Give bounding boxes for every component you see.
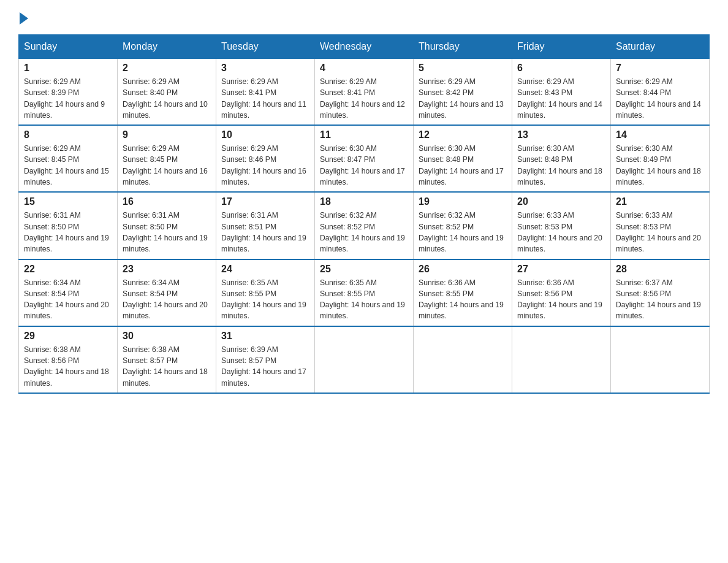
header-sunday: Sunday <box>19 35 118 59</box>
logo <box>18 12 29 25</box>
calendar-table: SundayMondayTuesdayWednesdayThursdayFrid… <box>18 34 710 394</box>
day-number: 31 <box>221 331 309 342</box>
header-monday: Monday <box>118 35 216 59</box>
table-row: 29Sunrise: 6:38 AMSunset: 8:56 PMDayligh… <box>19 326 118 393</box>
day-number: 10 <box>221 129 309 140</box>
day-number: 18 <box>320 196 408 207</box>
table-row: 7Sunrise: 6:29 AMSunset: 8:44 PMDaylight… <box>611 59 710 126</box>
day-info: Sunrise: 6:31 AMSunset: 8:50 PMDaylight:… <box>123 210 211 255</box>
table-row: 22Sunrise: 6:34 AMSunset: 8:54 PMDayligh… <box>19 259 118 326</box>
day-info: Sunrise: 6:39 AMSunset: 8:57 PMDaylight:… <box>221 344 309 389</box>
table-row: 18Sunrise: 6:32 AMSunset: 8:52 PMDayligh… <box>315 192 414 259</box>
day-info: Sunrise: 6:30 AMSunset: 8:49 PMDaylight:… <box>616 143 704 188</box>
day-number: 20 <box>517 196 605 207</box>
day-number: 2 <box>123 63 211 74</box>
table-row: 9Sunrise: 6:29 AMSunset: 8:45 PMDaylight… <box>118 125 216 192</box>
table-row: 1Sunrise: 6:29 AMSunset: 8:39 PMDaylight… <box>19 59 118 126</box>
week-row-5: 29Sunrise: 6:38 AMSunset: 8:56 PMDayligh… <box>19 326 710 393</box>
day-number: 21 <box>616 196 704 207</box>
table-row: 8Sunrise: 6:29 AMSunset: 8:45 PMDaylight… <box>19 125 118 192</box>
header-friday: Friday <box>512 35 611 59</box>
table-row: 19Sunrise: 6:32 AMSunset: 8:52 PMDayligh… <box>414 192 512 259</box>
day-number: 30 <box>123 331 211 342</box>
table-row <box>611 326 710 393</box>
day-info: Sunrise: 6:35 AMSunset: 8:55 PMDaylight:… <box>221 277 309 322</box>
day-number: 26 <box>419 264 507 275</box>
day-info: Sunrise: 6:36 AMSunset: 8:56 PMDaylight:… <box>517 277 605 322</box>
day-number: 8 <box>24 129 112 140</box>
day-info: Sunrise: 6:29 AMSunset: 8:45 PMDaylight:… <box>123 143 211 188</box>
table-row: 15Sunrise: 6:31 AMSunset: 8:50 PMDayligh… <box>19 192 118 259</box>
header-wednesday: Wednesday <box>315 35 414 59</box>
table-row <box>414 326 512 393</box>
day-info: Sunrise: 6:31 AMSunset: 8:50 PMDaylight:… <box>24 210 112 255</box>
day-info: Sunrise: 6:33 AMSunset: 8:53 PMDaylight:… <box>616 210 704 255</box>
day-number: 12 <box>419 129 507 140</box>
weekday-header-row: SundayMondayTuesdayWednesdayThursdayFrid… <box>19 35 710 59</box>
day-number: 25 <box>320 264 408 275</box>
day-info: Sunrise: 6:29 AMSunset: 8:46 PMDaylight:… <box>221 143 309 188</box>
table-row: 6Sunrise: 6:29 AMSunset: 8:43 PMDaylight… <box>512 59 611 126</box>
table-row: 28Sunrise: 6:37 AMSunset: 8:56 PMDayligh… <box>611 259 710 326</box>
table-row: 12Sunrise: 6:30 AMSunset: 8:48 PMDayligh… <box>414 125 512 192</box>
day-info: Sunrise: 6:29 AMSunset: 8:44 PMDaylight:… <box>616 76 704 121</box>
day-number: 23 <box>123 264 211 275</box>
table-row: 10Sunrise: 6:29 AMSunset: 8:46 PMDayligh… <box>216 125 315 192</box>
table-row: 20Sunrise: 6:33 AMSunset: 8:53 PMDayligh… <box>512 192 611 259</box>
day-info: Sunrise: 6:35 AMSunset: 8:55 PMDaylight:… <box>320 277 408 322</box>
table-row: 16Sunrise: 6:31 AMSunset: 8:50 PMDayligh… <box>118 192 216 259</box>
day-info: Sunrise: 6:33 AMSunset: 8:53 PMDaylight:… <box>517 210 605 255</box>
table-row: 13Sunrise: 6:30 AMSunset: 8:48 PMDayligh… <box>512 125 611 192</box>
header-thursday: Thursday <box>414 35 512 59</box>
day-info: Sunrise: 6:37 AMSunset: 8:56 PMDaylight:… <box>616 277 704 322</box>
table-row: 31Sunrise: 6:39 AMSunset: 8:57 PMDayligh… <box>216 326 315 393</box>
day-number: 27 <box>517 264 605 275</box>
day-info: Sunrise: 6:32 AMSunset: 8:52 PMDaylight:… <box>419 210 507 255</box>
week-row-3: 15Sunrise: 6:31 AMSunset: 8:50 PMDayligh… <box>19 192 710 259</box>
day-number: 22 <box>24 264 112 275</box>
day-number: 6 <box>517 63 605 74</box>
table-row: 23Sunrise: 6:34 AMSunset: 8:54 PMDayligh… <box>118 259 216 326</box>
page-header <box>18 12 710 25</box>
table-row: 11Sunrise: 6:30 AMSunset: 8:47 PMDayligh… <box>315 125 414 192</box>
day-info: Sunrise: 6:29 AMSunset: 8:42 PMDaylight:… <box>419 76 507 121</box>
day-info: Sunrise: 6:30 AMSunset: 8:48 PMDaylight:… <box>419 143 507 188</box>
day-number: 3 <box>221 63 309 74</box>
table-row: 27Sunrise: 6:36 AMSunset: 8:56 PMDayligh… <box>512 259 611 326</box>
day-number: 15 <box>24 196 112 207</box>
day-number: 5 <box>419 63 507 74</box>
day-info: Sunrise: 6:30 AMSunset: 8:47 PMDaylight:… <box>320 143 408 188</box>
day-info: Sunrise: 6:29 AMSunset: 8:39 PMDaylight:… <box>24 76 112 121</box>
day-info: Sunrise: 6:34 AMSunset: 8:54 PMDaylight:… <box>123 277 211 322</box>
table-row: 5Sunrise: 6:29 AMSunset: 8:42 PMDaylight… <box>414 59 512 126</box>
week-row-1: 1Sunrise: 6:29 AMSunset: 8:39 PMDaylight… <box>19 59 710 126</box>
table-row: 3Sunrise: 6:29 AMSunset: 8:41 PMDaylight… <box>216 59 315 126</box>
day-info: Sunrise: 6:31 AMSunset: 8:51 PMDaylight:… <box>221 210 309 255</box>
week-row-4: 22Sunrise: 6:34 AMSunset: 8:54 PMDayligh… <box>19 259 710 326</box>
day-info: Sunrise: 6:29 AMSunset: 8:43 PMDaylight:… <box>517 76 605 121</box>
table-row: 21Sunrise: 6:33 AMSunset: 8:53 PMDayligh… <box>611 192 710 259</box>
day-number: 14 <box>616 129 704 140</box>
day-number: 9 <box>123 129 211 140</box>
day-info: Sunrise: 6:32 AMSunset: 8:52 PMDaylight:… <box>320 210 408 255</box>
table-row: 2Sunrise: 6:29 AMSunset: 8:40 PMDaylight… <box>118 59 216 126</box>
day-info: Sunrise: 6:38 AMSunset: 8:56 PMDaylight:… <box>24 344 112 389</box>
table-row: 30Sunrise: 6:38 AMSunset: 8:57 PMDayligh… <box>118 326 216 393</box>
header-saturday: Saturday <box>611 35 710 59</box>
logo-arrow-icon <box>20 12 28 25</box>
day-number: 17 <box>221 196 309 207</box>
table-row: 14Sunrise: 6:30 AMSunset: 8:49 PMDayligh… <box>611 125 710 192</box>
day-number: 1 <box>24 63 112 74</box>
day-info: Sunrise: 6:38 AMSunset: 8:57 PMDaylight:… <box>123 344 211 389</box>
week-row-2: 8Sunrise: 6:29 AMSunset: 8:45 PMDaylight… <box>19 125 710 192</box>
day-info: Sunrise: 6:30 AMSunset: 8:48 PMDaylight:… <box>517 143 605 188</box>
table-row: 24Sunrise: 6:35 AMSunset: 8:55 PMDayligh… <box>216 259 315 326</box>
day-info: Sunrise: 6:34 AMSunset: 8:54 PMDaylight:… <box>24 277 112 322</box>
day-number: 4 <box>320 63 408 74</box>
day-number: 19 <box>419 196 507 207</box>
table-row: 25Sunrise: 6:35 AMSunset: 8:55 PMDayligh… <box>315 259 414 326</box>
table-row: 17Sunrise: 6:31 AMSunset: 8:51 PMDayligh… <box>216 192 315 259</box>
table-row: 4Sunrise: 6:29 AMSunset: 8:41 PMDaylight… <box>315 59 414 126</box>
day-number: 24 <box>221 264 309 275</box>
table-row <box>512 326 611 393</box>
